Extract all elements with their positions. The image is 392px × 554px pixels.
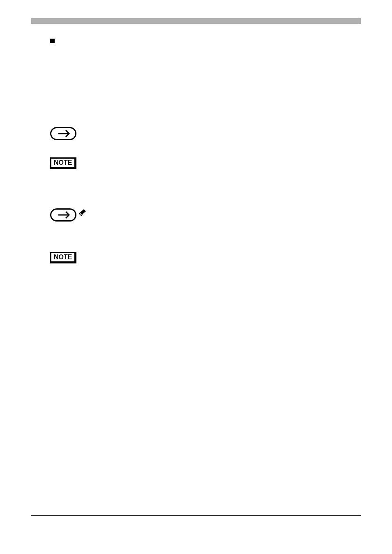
note-row-1: NOTE [50, 157, 342, 169]
step-row-2 [50, 208, 342, 222]
bullet-icon [50, 39, 55, 43]
footer-line [31, 515, 361, 516]
top-bar [31, 18, 361, 24]
section-heading [50, 37, 342, 43]
step-row-1 [50, 127, 342, 140]
eraser-icon [79, 208, 86, 222]
note-row-2: NOTE [50, 252, 342, 263]
arrow-right-icon [50, 208, 76, 222]
note-icon: NOTE [50, 252, 76, 263]
note-icon: NOTE [50, 157, 76, 169]
arrow-right-icon [50, 127, 76, 140]
content-area: NOTE NOTE [50, 37, 342, 263]
